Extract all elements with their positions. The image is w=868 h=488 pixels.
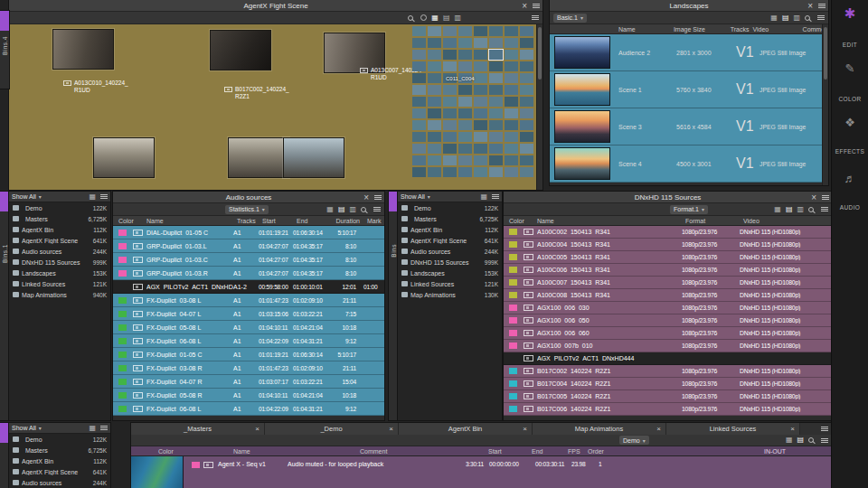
clip-label[interactable]: B017C002_140224_ R2Z1 (224, 86, 289, 100)
bin-filter-dropdown[interactable]: Show All▾ (401, 193, 430, 200)
grid-thumbnail[interactable] (520, 50, 533, 60)
clip-thumbnail[interactable] (554, 36, 610, 69)
close-icon[interactable]: × (363, 193, 369, 202)
fast-menu-icon[interactable] (821, 438, 828, 443)
grid-thumbnail[interactable] (489, 144, 503, 154)
grid-thumbnail[interactable] (505, 61, 518, 71)
column-header[interactable]: Color (504, 218, 537, 224)
grid-thumbnail[interactable] (428, 144, 441, 154)
clip-thumbnail[interactable] (554, 73, 610, 106)
window-titlebar[interactable]: AgentX Fight Scene × (9, 0, 542, 12)
column-header[interactable]: Name (618, 26, 674, 33)
clip-thumbnail[interactable] (554, 110, 610, 143)
grid-thumbnail[interactable] (412, 73, 426, 83)
bin-list-item[interactable]: Audio sources 244K (9, 246, 110, 257)
window-titlebar[interactable]: Landscapes × (550, 0, 828, 12)
grid-thumbnail[interactable] (458, 167, 472, 177)
docked-tab-bins-2[interactable]: Bins (389, 192, 398, 420)
grid-thumbnail[interactable] (474, 155, 487, 165)
bin-list-item[interactable]: Landscapes 153K (398, 267, 502, 278)
grid-thumbnail[interactable] (489, 38, 503, 48)
grid-thumbnail[interactable] (428, 97, 441, 107)
bin-list-item[interactable]: _Demo 122K (9, 202, 110, 213)
fast-menu-icon[interactable] (822, 195, 829, 200)
column-header[interactable]: Name (233, 448, 250, 455)
vertical-scrollbar[interactable] (536, 24, 542, 190)
grid-thumbnail[interactable] (520, 108, 533, 118)
column-header[interactable]: Video (752, 26, 802, 33)
frame-view-icon[interactable]: ▦ (431, 14, 439, 22)
fast-menu-icon[interactable] (532, 15, 539, 20)
grid-thumbnail[interactable] (505, 108, 518, 118)
grid-thumbnail[interactable] (428, 167, 441, 177)
grid-thumbnail[interactable] (428, 108, 441, 118)
color-workspace-icon[interactable]: ✎ (832, 60, 868, 76)
grid-thumbnail[interactable] (428, 26, 441, 36)
clip-row[interactable]: FX-Duplict_03-08 L A1 01:01:47:23 01:02:… (113, 294, 384, 307)
grid-thumbnail[interactable] (443, 97, 457, 107)
window-titlebar[interactable]: DNxHD 115 Sources × (504, 192, 832, 203)
bin-list-item[interactable]: Linked Sources 121K (9, 278, 110, 289)
sequence-row[interactable]: Agent X - Seq v1 Audio muted - for loope… (131, 456, 832, 488)
clip-row[interactable]: AGX_PILOTv2_ACT1_DNxHD444 (504, 352, 832, 365)
bin-frame-area[interactable]: A013C010_140224_ R1UD B017C002_140224_ R… (9, 24, 542, 190)
grid-thumbnail[interactable] (443, 155, 457, 165)
clip-thumbnail[interactable] (210, 30, 271, 70)
bin-tab[interactable]: _Demo × (265, 423, 399, 435)
frame-view-icon[interactable]: ▦ (786, 436, 793, 444)
bin-tab[interactable]: _Masters × (131, 423, 265, 435)
grid-view-icon[interactable]: ▦ (480, 193, 487, 201)
fast-menu-icon[interactable] (821, 207, 828, 211)
column-header[interactable]: FPS (568, 448, 580, 455)
clip-row[interactable]: FX-Duplict_01-05 C A1 01:01:19:21 01:06:… (113, 348, 384, 361)
grid-thumbnail[interactable] (412, 108, 426, 118)
grid-thumbnail[interactable] (489, 167, 503, 177)
grid-thumbnail[interactable] (489, 155, 503, 165)
grid-thumbnail[interactable] (520, 132, 533, 142)
fast-menu-icon[interactable] (533, 4, 540, 8)
clip-thumbnail[interactable] (554, 147, 610, 180)
grid-thumbnail[interactable] (443, 50, 457, 60)
clip-row[interactable]: GRP-Duplict_01-03.R A1 01:04:27:07 01:04… (113, 267, 384, 280)
clip-row[interactable]: A100C007_150413_R341 1080p/23.976 DNxHD … (504, 277, 832, 289)
clip-row[interactable]: FX-Duplict_04-07 L A1 01:03:15:06 01:03:… (113, 307, 384, 321)
grid-thumbnail[interactable] (412, 97, 426, 107)
fast-menu-icon[interactable] (821, 427, 828, 431)
grid-thumbnail[interactable] (489, 26, 503, 36)
grid-thumbnail[interactable] (443, 132, 457, 142)
grid-thumbnail[interactable] (443, 26, 457, 36)
scroll-thumb[interactable] (538, 27, 542, 80)
docked-tab-bins-3[interactable] (0, 423, 9, 488)
column-header[interactable]: Mark (360, 218, 384, 224)
column-header[interactable]: Color (158, 448, 174, 455)
grid-thumbnail[interactable] (443, 61, 457, 71)
text-view-icon[interactable]: ▤ (782, 14, 789, 22)
grid-thumbnail[interactable] (443, 144, 457, 154)
grid-thumbnail[interactable] (505, 85, 518, 95)
grid-view-icon[interactable]: ▦ (89, 193, 96, 201)
fast-menu-icon[interactable] (373, 207, 381, 211)
grid-thumbnail[interactable] (474, 38, 487, 48)
grid-thumbnail[interactable] (474, 61, 487, 71)
fast-menu-icon[interactable] (818, 4, 826, 8)
close-icon[interactable]: × (807, 2, 813, 11)
grid-thumbnail[interactable] (474, 73, 487, 83)
bin-filter-dropdown[interactable]: Show All▾ (12, 425, 42, 431)
grid-thumbnail[interactable] (412, 144, 426, 154)
bin-list-item[interactable]: Landscapes 153K (9, 267, 110, 278)
clip-row[interactable]: B017C004_140224_R2Z1 1080p/23.976 DNxHD … (504, 378, 832, 390)
view-preset-dropdown[interactable]: Format.1▾ (670, 205, 708, 214)
grid-thumbnail[interactable] (505, 167, 518, 177)
bin-list-item[interactable]: AgentX Bin 112K (9, 224, 110, 235)
column-header[interactable]: End (297, 218, 331, 224)
clip-row[interactable]: AGX100_006_030 1080p/23.976 DNxHD 115 (H… (504, 302, 832, 314)
script-view-icon[interactable] (420, 14, 427, 21)
frame-view-icon[interactable]: ▦ (326, 206, 334, 213)
text-view-icon[interactable]: ▤ (443, 14, 450, 22)
clip-row[interactable]: A100C004_150413_R341 1080p/23.976 DNxHD … (504, 239, 832, 251)
view-preset-dropdown[interactable]: Statistics.1▾ (225, 205, 269, 214)
grid-thumbnail[interactable] (474, 26, 487, 36)
grid-thumbnail[interactable] (458, 108, 472, 118)
grid-thumbnail[interactable] (412, 38, 426, 48)
text-view-icon[interactable]: ▤ (338, 206, 345, 213)
